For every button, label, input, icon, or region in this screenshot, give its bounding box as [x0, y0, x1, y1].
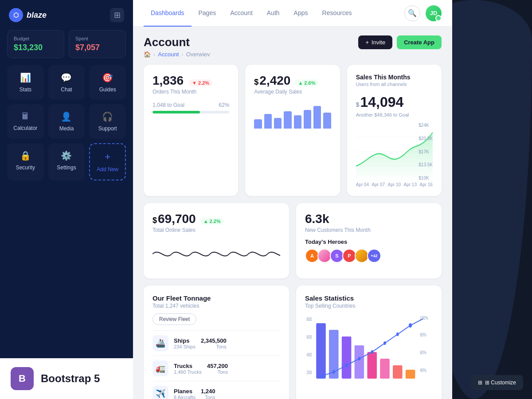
customers-card: 6.3k New Customers This Month Today's He…	[296, 203, 442, 278]
page-actions: + Invite Create App	[358, 35, 442, 49]
orders-card: 1,836 ▼ 2.2% Orders This Month 1,048 to …	[144, 65, 238, 196]
sidebar-header: ⬡ blaze ⊞	[0, 0, 133, 30]
bar-2	[264, 114, 272, 129]
fleet-name-trucks: Trucks 1,460 Trucks	[174, 363, 202, 375]
second-row: $ 69,700 ▲ 2.2% Total Online Sales 6.3k …	[144, 203, 442, 278]
guides-icon: 🎯	[102, 72, 113, 83]
breadcrumb-home-icon: 🏠	[144, 51, 151, 58]
sales-month-card: Sales This Months Users from all channel…	[347, 65, 442, 196]
sidebar-item-label: Media	[59, 125, 74, 132]
sales-stats-title: Sales Statistics	[305, 294, 433, 302]
top-nav: Dashboards Pages Account Auth Apps Resou…	[133, 0, 452, 27]
fleet-row-trucks: 🚛 Trucks 1,460 Trucks 457,200 Tons	[153, 356, 280, 381]
sales-line-chart: $24K $20.5K $17K $13.5K $10K	[356, 123, 433, 180]
x-label-3: Apr 10	[388, 182, 401, 187]
daily-sales-badge: ▲ 2.6%	[295, 79, 318, 86]
invite-button[interactable]: + Invite	[358, 35, 392, 49]
svg-rect-16	[406, 370, 415, 379]
user-avatar[interactable]: JD	[426, 5, 442, 21]
fleet-value-ships: 2,345,500 Tons	[201, 337, 227, 349]
page-header: Account 🏠 › Account › Overwiev + Invite …	[144, 35, 442, 58]
tab-account[interactable]: Account	[223, 0, 260, 27]
svg-point-21	[371, 350, 373, 354]
tab-pages[interactable]: Pages	[192, 0, 223, 27]
bootstrap-icon: B	[11, 367, 34, 390]
header-menu-icon[interactable]: ⊞	[110, 8, 124, 22]
tab-dashboards[interactable]: Dashboards	[144, 0, 192, 27]
budget-section: Budget $13,230 Spent $7,057	[0, 30, 133, 65]
heroes-avatars: A S P +42	[305, 249, 433, 263]
nav-tabs: Dashboards Pages Account Auth Apps Resou…	[144, 0, 359, 27]
svg-rect-11	[342, 336, 352, 379]
sidebar-item-label: Stats	[20, 86, 31, 93]
tab-auth[interactable]: Auth	[260, 0, 287, 27]
bar-5	[294, 115, 301, 129]
sidebar-item-add-new[interactable]: + Add New	[89, 143, 126, 180]
sidebar-item-label: Calculator	[13, 125, 37, 131]
sales-stats-subtitle: Top Selling Countries	[305, 303, 433, 309]
ships-icon: 🚢	[153, 335, 168, 351]
review-fleet-button[interactable]: Review Fleet	[153, 313, 196, 325]
orders-progress-bar	[153, 111, 229, 113]
dollar-sign: $	[254, 78, 258, 87]
orders-value: 1,836	[153, 74, 184, 88]
nav-grid: 📊 Stats 💬 Chat 🎯 Guides 🖩 Calculator 👤 M…	[0, 65, 133, 180]
fleet-name-ships: Ships 234 Ships	[174, 337, 196, 349]
search-button[interactable]: 🔍	[404, 5, 420, 21]
svg-point-19	[345, 364, 348, 367]
sidebar-item-label: Settings	[57, 164, 76, 171]
chat-icon: 💬	[61, 72, 72, 83]
orders-badge: ▼ 2.2%	[189, 79, 212, 86]
plus-icon: +	[365, 39, 369, 46]
security-icon: 🔒	[20, 150, 31, 161]
spent-value: $7,057	[75, 43, 119, 52]
bar-1	[254, 119, 262, 129]
sidebar-item-media[interactable]: 👤 Media	[48, 104, 85, 139]
fleet-row-planes: ✈️ Planes 8 Aircrafts 1,240 Tons	[153, 381, 280, 399]
fleet-row-ships: 🚢 Ships 234 Ships 2,345,500 Tons	[153, 330, 280, 356]
sidebar-item-security[interactable]: 🔒 Security	[7, 143, 44, 180]
create-app-button[interactable]: Create App	[397, 35, 442, 49]
svg-point-17	[320, 375, 322, 378]
sidebar-item-calculator[interactable]: 🖩 Calculator	[7, 104, 44, 139]
bar-8	[323, 113, 331, 129]
svg-text:100%: 100%	[420, 316, 428, 321]
svg-point-18	[332, 370, 335, 374]
sidebar-item-chat[interactable]: 💬 Chat	[48, 65, 85, 100]
customize-button[interactable]: ⊞ ⊞ Customize	[471, 375, 523, 390]
svg-rect-9	[316, 323, 326, 379]
x-label-5: Apr 16	[419, 182, 432, 187]
daily-sales-card: $ 2,420 ▲ 2.6% Average Daily Sales	[245, 65, 340, 196]
tab-apps[interactable]: Apps	[287, 0, 315, 27]
page-header-left: Account 🏠 › Account › Overwiev	[144, 35, 210, 58]
planes-icon: ✈️	[153, 386, 168, 399]
sales-stats-chart: 800 600 400 200	[305, 314, 433, 381]
sidebar-item-label: Security	[16, 164, 35, 171]
fleet-value-planes: 1,240 Tons	[201, 388, 215, 399]
svg-rect-13	[367, 352, 377, 379]
x-label-2: Apr 07	[372, 182, 385, 187]
stats-icon: 📊	[20, 72, 31, 83]
customize-label: ⊞ Customize	[485, 379, 516, 386]
tab-resources[interactable]: Resources	[315, 0, 359, 27]
sidebar-item-guides[interactable]: 🎯 Guides	[89, 65, 126, 100]
daily-sales-value: 2,420	[259, 74, 290, 88]
breadcrumb-account[interactable]: Account	[158, 51, 179, 58]
sidebar-item-settings[interactable]: ⚙️ Settings	[48, 143, 85, 180]
svg-point-20	[358, 357, 361, 360]
sidebar-item-support[interactable]: 🎧 Support	[89, 104, 126, 139]
breadcrumb-current: Overwiev	[186, 51, 210, 58]
media-icon: 👤	[61, 111, 72, 122]
calculator-icon: 🖩	[21, 111, 30, 121]
spent-label: Spent	[75, 36, 119, 41]
svg-point-23	[396, 332, 399, 336]
logo: ⬡ blaze	[9, 8, 47, 22]
sidebar-item-label: Chat	[61, 86, 72, 93]
sidebar: ⬡ blaze ⊞ Budget $13,230 Spent $7,057 📊 …	[0, 0, 133, 399]
hero-avatar-more: +42	[367, 249, 381, 263]
fleet-subtitle: Total 1,247 vehicles	[153, 303, 280, 309]
sidebar-item-stats[interactable]: 📊 Stats	[7, 65, 44, 100]
stats-row: 1,836 ▼ 2.2% Orders This Month 1,048 to …	[144, 65, 442, 196]
customers-label: New Customers This Month	[305, 227, 433, 233]
x-label-1: Apr 04	[356, 182, 369, 187]
